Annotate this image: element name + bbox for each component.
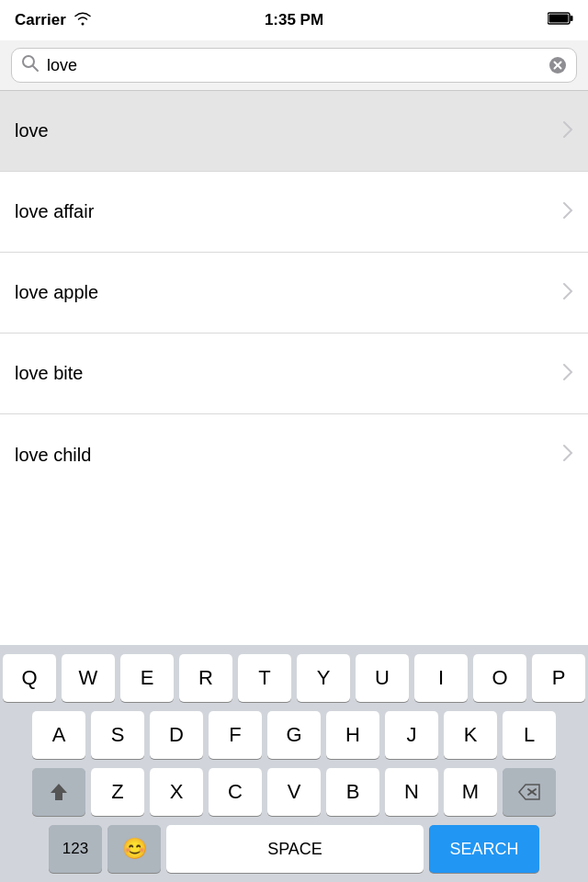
key-shift[interactable] — [32, 768, 85, 816]
key-i[interactable]: I — [414, 654, 468, 702]
svg-point-3 — [23, 56, 34, 67]
key-a[interactable]: A — [32, 711, 85, 759]
suggestion-item-0[interactable]: love — [0, 91, 588, 172]
keyboard-row-3: Z X C V B N M — [3, 768, 585, 816]
chevron-icon-0 — [562, 120, 573, 142]
chevron-icon-3 — [562, 363, 573, 385]
key-p[interactable]: P — [532, 654, 585, 702]
key-h[interactable]: H — [326, 711, 379, 759]
key-u[interactable]: U — [356, 654, 409, 702]
key-m[interactable]: M — [444, 768, 497, 816]
search-button[interactable]: Search — [429, 825, 539, 873]
carrier-label: Carrier — [15, 11, 66, 29]
suggestion-text-4: love child — [15, 445, 91, 466]
key-z[interactable]: Z — [91, 768, 144, 816]
key-o[interactable]: O — [473, 654, 526, 702]
battery-icon — [548, 11, 573, 29]
keyboard: Q W E R T Y U I O P A S D F G H J K L Z … — [0, 645, 588, 882]
search-icon — [21, 54, 40, 76]
key-t[interactable]: T — [238, 654, 291, 702]
key-d[interactable]: D — [150, 711, 203, 759]
key-y[interactable]: Y — [297, 654, 350, 702]
key-delete[interactable] — [503, 768, 556, 816]
status-bar: Carrier 1:35 PM — [0, 0, 588, 40]
key-numbers[interactable]: 123 — [49, 825, 102, 873]
key-b[interactable]: B — [326, 768, 379, 816]
time-label: 1:35 PM — [265, 11, 323, 29]
key-r[interactable]: R — [179, 654, 232, 702]
suggestion-text-2: love apple — [15, 282, 98, 303]
search-bar — [0, 40, 588, 91]
svg-rect-2 — [549, 15, 569, 23]
key-g[interactable]: G — [267, 711, 321, 759]
key-space[interactable]: space — [166, 825, 424, 873]
key-n[interactable]: N — [385, 768, 438, 816]
svg-marker-8 — [51, 784, 67, 800]
key-s[interactable]: S — [91, 711, 144, 759]
clear-button[interactable] — [548, 56, 567, 74]
key-emoji[interactable]: 😊 — [107, 825, 161, 873]
key-v[interactable]: V — [267, 768, 321, 816]
keyboard-row-2: A S D F G H J K L — [3, 711, 585, 759]
svg-line-4 — [33, 66, 38, 71]
suggestion-item-2[interactable]: love apple — [0, 253, 588, 334]
suggestion-text-0: love — [15, 120, 49, 141]
suggestion-text-3: love bite — [15, 363, 84, 384]
key-w[interactable]: W — [62, 654, 115, 702]
search-input[interactable] — [47, 56, 541, 75]
suggestions-list: love love affair love apple love bite lo… — [0, 91, 588, 495]
chevron-icon-4 — [562, 444, 573, 466]
keyboard-bottom-row: 123 😊 space Search — [3, 825, 585, 873]
chevron-icon-2 — [562, 282, 573, 304]
key-q[interactable]: Q — [3, 654, 56, 702]
suggestion-item-3[interactable]: love bite — [0, 334, 588, 414]
svg-rect-1 — [571, 16, 573, 21]
key-f[interactable]: F — [209, 711, 262, 759]
keyboard-row-1: Q W E R T Y U I O P — [3, 654, 585, 702]
key-e[interactable]: E — [120, 654, 174, 702]
chevron-icon-1 — [562, 201, 573, 223]
key-j[interactable]: J — [385, 711, 438, 759]
key-k[interactable]: K — [444, 711, 497, 759]
suggestion-item-4[interactable]: love child — [0, 414, 588, 495]
wifi-icon — [74, 11, 92, 30]
suggestion-text-1: love affair — [15, 201, 94, 222]
key-x[interactable]: X — [150, 768, 203, 816]
key-l[interactable]: L — [503, 711, 556, 759]
key-c[interactable]: C — [209, 768, 262, 816]
suggestion-item-1[interactable]: love affair — [0, 172, 588, 253]
